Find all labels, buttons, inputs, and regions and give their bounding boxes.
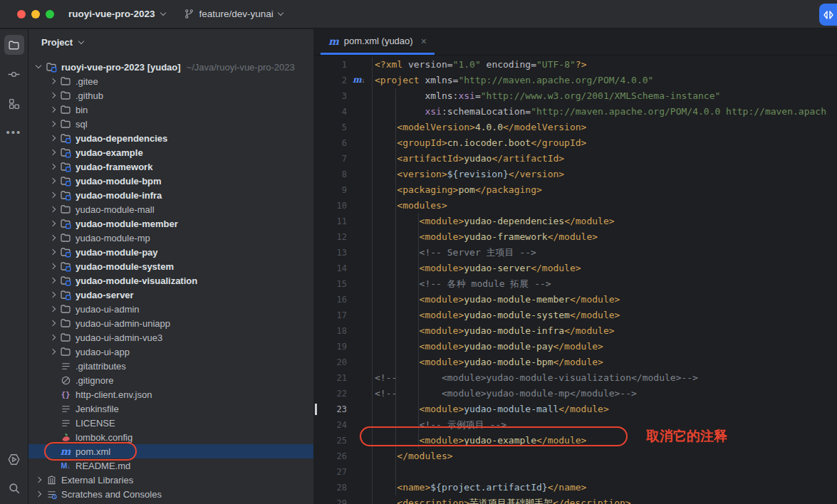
code-line-2[interactable]: 2m↓<project xmlns="http://maven.apache.o… (314, 73, 837, 88)
tree-item-yudao-dependencies[interactable]: yudao-dependencies (28, 131, 313, 145)
code-line-12[interactable]: 12 <module>yudao-framework</module> (314, 229, 837, 245)
close-window-button[interactable] (17, 10, 26, 19)
code-line-8[interactable]: 8 <version>${revision}</version> (314, 167, 837, 182)
tree-item-yudao-module-member[interactable]: yudao-module-member (28, 216, 313, 231)
code-line-19[interactable]: 19 <module>yudao-module-pay</module> (314, 339, 837, 355)
tree-item-scratches-and-consoles[interactable]: Scratches and Consoles (28, 487, 313, 501)
tree-item-gitee[interactable]: .gitee (28, 74, 313, 88)
line-number[interactable]: 23 (314, 401, 347, 417)
code-line-9[interactable]: 9 <packaging>pom</packaging> (314, 182, 837, 198)
tree-item-gitignore[interactable]: .gitignore (28, 373, 313, 387)
line-number[interactable]: 19 (314, 339, 347, 355)
maven-import-icon[interactable]: m↓ (353, 73, 365, 87)
project-tool-button[interactable] (4, 35, 24, 55)
chevron-right-icon[interactable] (50, 93, 56, 98)
chevron-right-icon[interactable] (50, 107, 56, 112)
code-line-5[interactable]: 5 <modelVersion>4.0.0</modelVersion> (314, 120, 837, 135)
chevron-right-icon[interactable] (50, 349, 56, 355)
tree-item-license[interactable]: LICENSE (28, 416, 313, 430)
project-panel-header[interactable]: Project (28, 29, 313, 56)
tree-item-yudao-module-pay[interactable]: yudao-module-pay (28, 245, 313, 259)
code-line-4[interactable]: 4 xsi:schemaLocation="http://maven.apach… (314, 104, 837, 120)
line-number[interactable]: 27 (314, 464, 347, 480)
line-number[interactable]: 6 (314, 135, 347, 151)
tree-item-yudao-module-bpm[interactable]: yudao-module-bpm (28, 174, 313, 188)
tree-item-yudao-example[interactable]: yudao-example (28, 145, 313, 159)
line-number[interactable]: 29 (314, 495, 347, 504)
line-number[interactable]: 16 (314, 292, 347, 308)
chevron-right-icon[interactable] (50, 235, 56, 241)
code-line-25[interactable]: 25 <module>yudao-example</module> (314, 433, 837, 448)
code-line-6[interactable]: 6 <groupId>cn.iocoder.boot</groupId> (314, 135, 837, 151)
line-number[interactable]: 25 (314, 433, 347, 448)
overlay-handle-button[interactable] (819, 4, 837, 26)
line-number[interactable]: 26 (314, 448, 347, 464)
code-line-27[interactable]: 27 (314, 464, 837, 480)
chevron-right-icon[interactable] (50, 263, 56, 269)
tree-item-yudao-server[interactable]: yudao-server (28, 288, 313, 302)
tree-item-yudao-ui-admin-vue3[interactable]: yudao-ui-admin-vue3 (28, 330, 313, 345)
chevron-right-icon[interactable] (50, 192, 56, 198)
tree-item-yudao-ui-admin[interactable]: yudao-ui-admin (28, 302, 313, 316)
line-number[interactable]: 1 (314, 57, 347, 73)
line-number[interactable]: 28 (314, 480, 347, 495)
branch-selector[interactable]: feature/dev-yunai (184, 9, 283, 19)
code-line-26[interactable]: 26 </modules> (314, 448, 837, 464)
chevron-right-icon[interactable] (50, 278, 56, 283)
line-number[interactable]: 21 (314, 370, 347, 386)
line-number[interactable]: 12 (314, 229, 347, 245)
chevron-right-icon[interactable] (50, 78, 56, 84)
chevron-right-icon[interactable] (50, 292, 56, 298)
tree-item-yudao-framework[interactable]: yudao-framework (28, 159, 313, 174)
code-line-22[interactable]: 22<!-- <module>yudao-module-mp</module>-… (314, 386, 837, 401)
tree-item-jenkinsfile[interactable]: Jenkinsfile (28, 401, 313, 416)
chevron-down-icon[interactable] (36, 63, 41, 68)
tree-item-gitattributes[interactable]: .gitattributes (28, 359, 313, 373)
commit-tool-button[interactable] (4, 64, 24, 84)
line-number[interactable]: 13 (314, 245, 347, 261)
code-area[interactable]: 1<?xml version="1.0" encoding="UTF-8"?>2… (314, 56, 837, 504)
structure-tool-button[interactable] (4, 93, 24, 113)
minimize-window-button[interactable] (31, 10, 40, 19)
line-number[interactable]: 5 (314, 120, 347, 135)
code-line-28[interactable]: 28 <name>${project.artifactId}</name> (314, 480, 837, 495)
tree-item-sql[interactable]: sql (28, 117, 313, 131)
services-tool-button[interactable] (4, 449, 24, 469)
tree-item-readme-md[interactable]: M↓README.md (28, 458, 313, 473)
tree-item-yudao-module-visualization[interactable]: yudao-module-visualization (28, 273, 313, 288)
chevron-right-icon[interactable] (50, 164, 56, 169)
tree-item-http-client-env-json[interactable]: {}http-client.env.json (28, 387, 313, 401)
line-number[interactable]: 3 (314, 88, 347, 104)
code-line-10[interactable]: 10 <modules> (314, 198, 837, 214)
search-tool-button[interactable] (4, 478, 24, 498)
tree-item-github[interactable]: .github (28, 88, 313, 103)
chevron-right-icon[interactable] (50, 306, 56, 312)
code-line-29[interactable]: 29 <description>芋道项目基础脚手架</description> (314, 495, 837, 504)
line-number[interactable]: 4 (314, 104, 347, 120)
tree-item-yudao-module-infra[interactable]: yudao-module-infra (28, 188, 313, 202)
line-number[interactable]: 7 (314, 151, 347, 167)
line-number[interactable]: 18 (314, 323, 347, 339)
code-line-13[interactable]: 13 <!-- Server 主项目 --> (314, 245, 837, 261)
line-number[interactable]: 8 (314, 167, 347, 182)
tree-item-yudao-module-system[interactable]: yudao-module-system (28, 259, 313, 273)
chevron-right-icon[interactable] (50, 178, 56, 184)
code-line-11[interactable]: 11 <module>yudao-dependencies</module> (314, 214, 837, 229)
more-tool-windows-button[interactable]: ••• (4, 122, 24, 142)
line-number[interactable]: 11 (314, 214, 347, 229)
code-line-1[interactable]: 1<?xml version="1.0" encoding="UTF-8"?> (314, 57, 837, 73)
tree-item-yudao-module-mall[interactable]: yudao-module-mall (28, 202, 313, 216)
line-number[interactable]: 14 (314, 261, 347, 276)
chevron-right-icon[interactable] (50, 206, 56, 212)
chevron-right-icon[interactable] (50, 149, 56, 155)
code-line-23[interactable]: 23 <module>yudao-module-mall</module> (314, 401, 837, 417)
code-line-20[interactable]: 20 <module>yudao-module-bpm</module> (314, 355, 837, 370)
line-number[interactable]: 24 (314, 417, 347, 433)
tree-item-yudao-module-mp[interactable]: yudao-module-mp (28, 231, 313, 245)
tab-pom-xml[interactable]: m pom.xml (yudao) × (321, 29, 435, 55)
code-line-15[interactable]: 15 <!-- 各种 module 拓展 --> (314, 276, 837, 292)
line-number[interactable]: 15 (314, 276, 347, 292)
line-number[interactable]: 9 (314, 182, 347, 198)
code-line-21[interactable]: 21<!-- <module>yudao-module-visualizatio… (314, 370, 837, 386)
tree-item-external-libraries[interactable]: External Libraries (28, 473, 313, 487)
